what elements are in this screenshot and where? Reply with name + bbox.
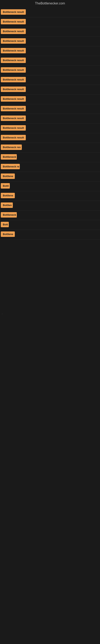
bottleneck-result-badge[interactable]: Bottleneck result xyxy=(1,9,26,15)
list-item: Bottleneck xyxy=(0,210,100,220)
site-title: TheBottlenecker.com xyxy=(0,0,100,8)
list-item: Bottleneck result xyxy=(0,46,100,56)
bottleneck-result-badge[interactable]: Bottleneck result xyxy=(1,38,26,44)
bottleneck-result-badge[interactable]: Bottleneck result xyxy=(1,125,26,130)
bottleneck-result-badge[interactable]: Bottleneck result xyxy=(1,96,26,102)
bottleneck-result-badge[interactable]: Bottleneck result xyxy=(1,67,26,73)
list-item: Bottleneck result xyxy=(0,114,100,124)
list-item: Bottl xyxy=(0,182,100,191)
bottleneck-result-badge[interactable]: Bott xyxy=(1,222,9,227)
list-item: Bottleneck result xyxy=(0,56,100,66)
bottleneck-result-badge[interactable]: Bottleneck xyxy=(1,212,17,218)
bottleneck-result-badge[interactable]: Bottleneck result xyxy=(1,58,26,63)
bottleneck-result-badge[interactable]: Bottleneck result xyxy=(1,48,26,53)
bottleneck-result-badge[interactable]: Bottlene xyxy=(1,174,15,179)
spacer-area: ... xyxy=(0,240,100,320)
bottleneck-result-badge[interactable]: Bottleneck result xyxy=(1,19,26,24)
bottleneck-result-badge[interactable]: Bottlene xyxy=(1,232,15,237)
bottleneck-result-badge[interactable]: Bottleneck re xyxy=(1,164,20,169)
list-item: Bottleneck result xyxy=(0,133,100,143)
list-item: Bottlene xyxy=(0,230,100,240)
list-item: Bottleneck result xyxy=(0,66,100,75)
bottleneck-result-badge[interactable]: Bottleneck result xyxy=(1,28,26,34)
list-item: Bottlen xyxy=(0,201,100,210)
list-item: Bottleneck result xyxy=(0,27,100,37)
list-item: Bott xyxy=(0,220,100,230)
bottleneck-result-badge[interactable]: Bottlene xyxy=(1,193,15,198)
bottleneck-result-badge[interactable]: Bottleneck result xyxy=(1,116,26,121)
bottleneck-result-badge[interactable]: Bottlen xyxy=(1,202,13,208)
list-item: Bottleneck result xyxy=(0,124,100,133)
list-item: Bottleneck result xyxy=(0,104,100,114)
list-item: Bottleneck xyxy=(0,152,100,162)
bottleneck-result-badge[interactable]: Bottleneck result xyxy=(1,77,26,82)
list-item: Bottleneck result xyxy=(0,94,100,104)
list-item: Bottleneck result xyxy=(0,8,100,17)
bottleneck-result-badge[interactable]: Bottleneck res xyxy=(1,144,22,150)
bottleneck-result-badge[interactable]: Bottleneck result xyxy=(1,135,26,140)
list-item: Bottleneck result xyxy=(0,75,100,85)
bottleneck-result-badge[interactable]: Bottleneck xyxy=(1,154,17,160)
list-item: Bottleneck result xyxy=(0,37,100,46)
list-item: Bottlene xyxy=(0,172,100,182)
list-item: Bottleneck re xyxy=(0,162,100,172)
list-item: Bottlene xyxy=(0,191,100,201)
bottleneck-result-badge[interactable]: Bottl xyxy=(1,183,10,188)
list-item: Bottleneck result xyxy=(0,17,100,27)
bottleneck-result-badge[interactable]: Bottleneck result xyxy=(1,86,26,92)
list-item: Bottleneck result xyxy=(0,85,100,94)
footer-text: ... xyxy=(1,312,99,315)
bottleneck-result-badge[interactable]: Bottleneck result xyxy=(1,106,26,111)
list-item: Bottleneck res xyxy=(0,143,100,152)
